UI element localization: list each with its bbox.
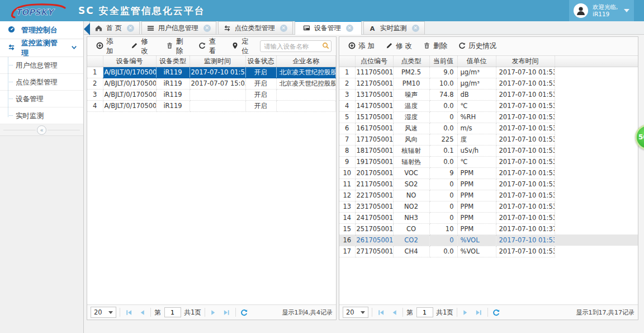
locate-button[interactable]: 定位 xyxy=(227,35,258,58)
history-button[interactable]: 历史情况 xyxy=(454,39,501,53)
table-cell: CH4 xyxy=(393,246,429,257)
refresh-icon[interactable] xyxy=(491,307,501,317)
table-cell: 风速 xyxy=(393,123,429,134)
table-cell: PPM xyxy=(457,223,496,234)
table-row[interactable]: 4141705001温度0.0℃2017-07-10 01:53:22 xyxy=(339,100,638,111)
delete-button[interactable]: 删除 xyxy=(419,39,452,53)
prev-page-button[interactable] xyxy=(137,307,147,317)
device-table: 设备编号设备类型监测时间设备状态企业名称1A/BJLT/0/1705001iR1… xyxy=(87,56,336,112)
prev-page-button[interactable] xyxy=(389,307,399,317)
close-icon[interactable]: ✕ xyxy=(412,25,419,32)
next-page-button[interactable] xyxy=(461,307,471,317)
table-row[interactable]: 2A/BJLT/0/1705002iR1192017-07-07 15:03:0… xyxy=(87,78,336,89)
table-cell: 0.0 xyxy=(429,246,457,257)
table-row[interactable]: 5151705001湿度0%RH2017-07-10 01:53:22 xyxy=(339,111,638,123)
panel-collapse-arrow-icon[interactable] xyxy=(84,23,90,35)
point-toolbar: 添 加 修 改 删除 历史情况 xyxy=(339,37,638,56)
close-icon[interactable]: ✕ xyxy=(127,25,134,32)
column-header[interactable]: 点类型 xyxy=(393,56,429,67)
point-panel: 添 加 修 改 删除 历史情况 点位编号点类型当前值值单位发布时间1111705… xyxy=(339,36,638,320)
refresh-icon xyxy=(198,42,206,51)
table-cell: 141705001 xyxy=(355,100,393,111)
last-page-button[interactable] xyxy=(222,307,232,317)
add-button[interactable]: 添 加 xyxy=(92,35,124,58)
tab-首页[interactable]: 首 页✕ xyxy=(89,21,140,34)
tab-实时监测[interactable]: A实时监测✕ xyxy=(363,21,425,34)
search-input[interactable] xyxy=(260,40,332,52)
table-row[interactable]: 3A/BJLT/0/1705003iR119开启 xyxy=(87,89,336,100)
table-row[interactable]: 16261705001CO20%VOL2017-07-10 01:53:22 xyxy=(339,234,638,246)
column-header[interactable]: 当前值 xyxy=(429,56,457,67)
table-cell: 261705001 xyxy=(355,234,393,246)
table-row[interactable]: 3131705001噪声74.8dB2017-07-10 01:53:22 xyxy=(339,89,638,100)
page-size-select[interactable]: 20 xyxy=(91,307,116,318)
table-row[interactable]: 12221705001NO0PPM2017-07-10 01:53:21 xyxy=(339,190,638,201)
next-page-button[interactable] xyxy=(209,307,219,317)
table-row[interactable]: 13231705001NO20PPM2017-07-10 01:53:22 xyxy=(339,201,638,212)
sidebar-item-console[interactable]: 管理控制台 xyxy=(0,21,83,39)
table-cell: 231705001 xyxy=(355,201,393,212)
column-header[interactable]: 值单位 xyxy=(457,56,496,67)
sidebar-item-monitoring[interactable]: 监控监测管理 xyxy=(0,39,83,57)
column-header[interactable]: 发布时间 xyxy=(496,56,555,67)
table-row[interactable]: 7171705001风向225度2017-07-10 01:53:21 xyxy=(339,134,638,145)
table-cell: 9 xyxy=(429,167,457,179)
table-row[interactable]: 1111705001PM2.59.0μg/m³2017-07-10 01:53:… xyxy=(339,67,638,78)
table-cell: VOC xyxy=(393,167,429,179)
page-size-select[interactable]: 20 xyxy=(343,307,368,318)
sidebar-item-用户信息管理[interactable]: 用户信息管理 xyxy=(0,57,83,74)
search-icon[interactable] xyxy=(322,42,329,51)
page-number-input[interactable] xyxy=(164,307,181,317)
device-icon xyxy=(303,25,310,32)
sidebar-collapse-button[interactable]: « xyxy=(0,124,83,135)
table-cell: PPM xyxy=(457,190,496,201)
table-row[interactable]: 9191705001辐射热0.0℃2017-07-10 01:53:21 xyxy=(339,156,638,167)
table-cell: CO xyxy=(393,223,429,234)
first-page-button[interactable] xyxy=(124,307,134,317)
menu-icon xyxy=(147,25,154,32)
table-row[interactable]: 8181705001核辐射0.1uSv/h2017-07-10 01:53:21 xyxy=(339,145,638,156)
table-cell: PM2.5 xyxy=(393,67,429,78)
row-number: 4 xyxy=(339,100,355,111)
table-row[interactable]: 15251705001CO10PPM2017-07-10 01:37:01 xyxy=(339,223,638,234)
last-page-button[interactable] xyxy=(474,307,484,317)
table-row[interactable]: 11211705001SO20PPM2017-07-10 01:53:22 xyxy=(339,179,638,190)
table-cell: 2017-07-10 01:53:22 xyxy=(496,179,555,190)
column-header[interactable]: 监测时间 xyxy=(190,56,245,67)
edit-button[interactable]: 修 改 xyxy=(126,35,159,58)
table-row[interactable]: 4A/BJLT/0/1705004iR119开启 xyxy=(87,100,336,111)
delete-button[interactable]: 删除 xyxy=(162,35,192,58)
collapse-left-icon: « xyxy=(37,125,46,135)
sidebar-item-点位类型管理[interactable]: 点位类型管理 xyxy=(0,74,83,91)
row-number: 16 xyxy=(339,234,355,246)
refresh-icon[interactable] xyxy=(239,307,249,317)
table-row[interactable]: 6161705001风速0.0m/s2017-07-10 01:53:21 xyxy=(339,123,638,134)
table-row[interactable]: 17271705001CH40.0%VOL2017-07-10 01:53:21 xyxy=(339,246,638,257)
column-header[interactable]: 设备状态 xyxy=(245,56,276,67)
page-number-input[interactable] xyxy=(416,307,433,317)
table-row[interactable]: 2121705001PM1010.0μg/m³2017-07-10 01:53:… xyxy=(339,78,638,89)
user-menu[interactable]: 欢迎光临, iR119 xyxy=(569,0,634,21)
table-cell: 251705001 xyxy=(355,223,393,234)
table-cell: 191705001 xyxy=(355,156,393,167)
view-button[interactable]: 查看 xyxy=(194,35,225,58)
table-row[interactable]: 10201705001VOC9PPM2017-07-10 01:53:22 xyxy=(339,167,638,179)
sidebar-group-label: 管理控制台 xyxy=(21,25,58,35)
close-icon[interactable]: ✕ xyxy=(280,25,287,32)
column-header[interactable]: 设备类型 xyxy=(156,56,190,67)
close-icon[interactable]: ✕ xyxy=(203,25,211,32)
edit-button[interactable]: 修 改 xyxy=(381,39,416,53)
table-row[interactable]: 1A/BJLT/0/1705001iR1192017-07-10 01:53:2… xyxy=(87,67,336,78)
tab-用户信息管理[interactable]: 用户信息管理✕ xyxy=(141,21,216,34)
column-header[interactable]: 点位编号 xyxy=(355,56,393,67)
table-row[interactable]: 14241705001NH30PPM2017-07-10 01:53:21 xyxy=(339,212,638,223)
add-button[interactable]: 添 加 xyxy=(344,39,379,53)
column-header[interactable]: 企业名称 xyxy=(276,56,336,67)
sidebar-item-实时监测[interactable]: 实时监测 xyxy=(0,107,83,124)
sidebar-item-设备管理[interactable]: 设备管理 xyxy=(0,91,83,107)
tab-设备管理[interactable]: 设备管理✕ xyxy=(295,21,362,35)
first-page-button[interactable] xyxy=(376,307,386,317)
close-icon[interactable]: ✕ xyxy=(346,25,353,32)
tab-点位类型管理[interactable]: 点位类型管理✕ xyxy=(218,21,293,34)
column-header[interactable]: 设备编号 xyxy=(103,56,156,67)
